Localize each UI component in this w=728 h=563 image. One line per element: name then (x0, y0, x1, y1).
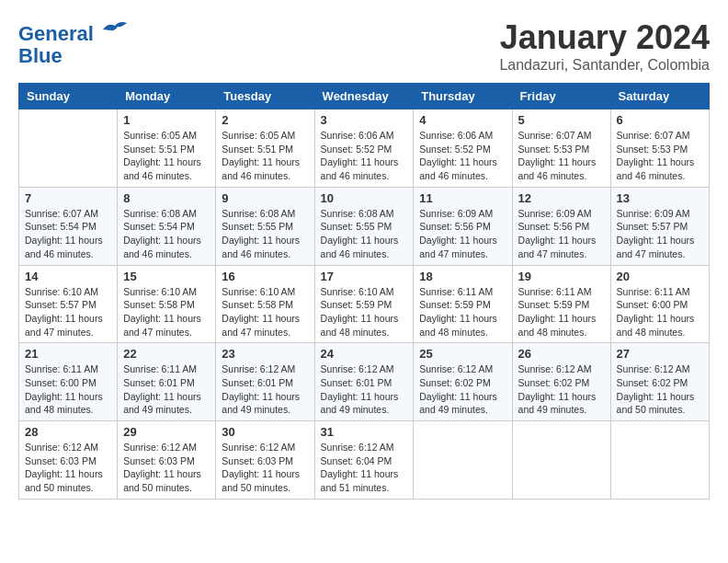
day-info: Sunrise: 6:07 AMSunset: 5:53 PMDaylight:… (617, 129, 703, 183)
day-info-line: Daylight: 11 hours and 48 minutes. (25, 390, 111, 417)
day-info: Sunrise: 6:12 AMSunset: 6:01 PMDaylight:… (321, 362, 408, 417)
day-info-line: Daylight: 11 hours and 50 minutes. (25, 467, 111, 494)
calendar-cell: 9Sunrise: 6:08 AMSunset: 5:55 PMDaylight… (216, 187, 314, 265)
day-info-line: Daylight: 11 hours and 47 minutes. (617, 234, 703, 260)
day-info-line: Daylight: 11 hours and 49 minutes. (321, 390, 408, 417)
calendar-cell: 22Sunrise: 6:11 AMSunset: 6:01 PMDayligh… (118, 343, 216, 421)
day-info: Sunrise: 6:07 AMSunset: 5:53 PMDaylight:… (518, 129, 605, 183)
calendar-week-row: 7Sunrise: 6:07 AMSunset: 5:54 PMDaylight… (19, 187, 710, 265)
header-monday: Monday (118, 84, 216, 109)
day-number: 25 (419, 347, 506, 361)
month-title: January 2024 (499, 18, 710, 57)
calendar-cell (19, 109, 118, 188)
day-info-line: Sunrise: 6:11 AM (419, 285, 506, 299)
day-info-line: Sunrise: 6:07 AM (25, 207, 111, 221)
day-number: 7 (25, 191, 111, 205)
logo-text: General (18, 18, 129, 45)
day-info: Sunrise: 6:08 AMSunset: 5:54 PMDaylight:… (123, 207, 210, 261)
day-info: Sunrise: 6:12 AMSunset: 6:01 PMDaylight:… (222, 362, 308, 417)
day-info-line: Sunrise: 6:07 AM (518, 129, 605, 143)
day-info: Sunrise: 6:11 AMSunset: 6:01 PMDaylight:… (123, 362, 210, 417)
calendar-cell: 26Sunrise: 6:12 AMSunset: 6:02 PMDayligh… (512, 343, 610, 421)
day-number: 19 (518, 270, 605, 283)
header-thursday: Thursday (414, 84, 512, 109)
day-info: Sunrise: 6:10 AMSunset: 5:59 PMDaylight:… (321, 285, 408, 339)
day-info-line: Daylight: 11 hours and 50 minutes. (222, 467, 308, 494)
day-info-line: Sunset: 6:01 PM (123, 376, 210, 390)
day-info: Sunrise: 6:09 AMSunset: 5:57 PMDaylight:… (617, 207, 703, 261)
day-info: Sunrise: 6:09 AMSunset: 5:56 PMDaylight:… (419, 207, 506, 261)
calendar-cell: 1Sunrise: 6:05 AMSunset: 5:51 PMDaylight… (118, 109, 216, 188)
calendar-cell: 30Sunrise: 6:12 AMSunset: 6:03 PMDayligh… (216, 421, 314, 500)
day-info-line: Daylight: 11 hours and 49 minutes. (518, 390, 605, 417)
calendar-cell: 19Sunrise: 6:11 AMSunset: 5:59 PMDayligh… (512, 265, 610, 343)
calendar-cell: 13Sunrise: 6:09 AMSunset: 5:57 PMDayligh… (610, 187, 709, 265)
day-info: Sunrise: 6:12 AMSunset: 6:03 PMDaylight:… (25, 441, 111, 495)
day-number: 5 (518, 113, 605, 127)
day-info-line: Sunrise: 6:10 AM (123, 285, 210, 299)
day-info-line: Daylight: 11 hours and 48 minutes. (617, 312, 703, 339)
day-info-line: Daylight: 11 hours and 46 minutes. (123, 234, 210, 260)
day-info-line: Daylight: 11 hours and 47 minutes. (222, 312, 308, 339)
day-info-line: Sunset: 5:57 PM (25, 298, 111, 312)
day-info-line: Sunrise: 6:08 AM (321, 207, 408, 221)
day-info-line: Sunrise: 6:12 AM (123, 441, 210, 454)
day-info: Sunrise: 6:11 AMSunset: 5:59 PMDaylight:… (419, 285, 506, 339)
day-number: 29 (123, 425, 210, 439)
calendar-cell: 11Sunrise: 6:09 AMSunset: 5:56 PMDayligh… (414, 187, 512, 265)
day-info-line: Sunset: 5:53 PM (518, 143, 605, 156)
calendar-cell: 27Sunrise: 6:12 AMSunset: 6:02 PMDayligh… (610, 343, 709, 421)
day-number: 21 (25, 347, 111, 361)
day-info-line: Sunset: 6:01 PM (321, 376, 408, 390)
calendar-cell: 3Sunrise: 6:06 AMSunset: 5:52 PMDaylight… (314, 109, 414, 188)
day-info-line: Daylight: 11 hours and 46 minutes. (518, 155, 605, 182)
day-info-line: Sunrise: 6:12 AM (321, 441, 408, 454)
calendar-table: SundayMondayTuesdayWednesdayThursdayFrid… (18, 83, 710, 500)
day-info: Sunrise: 6:10 AMSunset: 5:58 PMDaylight:… (222, 285, 308, 339)
day-info-line: Sunrise: 6:10 AM (321, 285, 408, 299)
day-info-line: Daylight: 11 hours and 46 minutes. (617, 155, 703, 182)
day-info-line: Daylight: 11 hours and 46 minutes. (25, 234, 111, 260)
day-number: 13 (617, 191, 703, 205)
day-info: Sunrise: 6:05 AMSunset: 5:51 PMDaylight:… (123, 129, 210, 183)
day-info: Sunrise: 6:10 AMSunset: 5:58 PMDaylight:… (123, 285, 210, 339)
day-info: Sunrise: 6:12 AMSunset: 6:03 PMDaylight:… (222, 441, 308, 495)
calendar-cell: 6Sunrise: 6:07 AMSunset: 5:53 PMDaylight… (610, 109, 709, 188)
day-number: 4 (419, 113, 506, 127)
logo-general: General (18, 22, 94, 45)
day-info-line: Sunset: 5:54 PM (123, 220, 210, 234)
day-info-line: Sunset: 5:59 PM (321, 298, 408, 312)
calendar-cell: 12Sunrise: 6:09 AMSunset: 5:56 PMDayligh… (512, 187, 610, 265)
day-info: Sunrise: 6:12 AMSunset: 6:02 PMDaylight:… (617, 362, 703, 417)
day-info-line: Daylight: 11 hours and 46 minutes. (222, 155, 308, 182)
day-info-line: Daylight: 11 hours and 50 minutes. (123, 467, 210, 494)
header-saturday: Saturday (610, 84, 709, 109)
day-number: 6 (617, 113, 703, 127)
day-info-line: Sunrise: 6:11 AM (617, 285, 703, 299)
day-info-line: Daylight: 11 hours and 48 minutes. (518, 312, 605, 339)
logo-bird-icon (101, 18, 129, 40)
calendar-cell: 14Sunrise: 6:10 AMSunset: 5:57 PMDayligh… (19, 265, 118, 343)
day-info-line: Sunset: 5:56 PM (518, 220, 605, 234)
day-info-line: Daylight: 11 hours and 47 minutes. (419, 234, 506, 260)
calendar-week-row: 14Sunrise: 6:10 AMSunset: 5:57 PMDayligh… (19, 265, 710, 343)
day-info-line: Sunset: 6:03 PM (123, 454, 210, 468)
day-info: Sunrise: 6:08 AMSunset: 5:55 PMDaylight:… (222, 207, 308, 261)
calendar-cell: 23Sunrise: 6:12 AMSunset: 6:01 PMDayligh… (216, 343, 314, 421)
day-info-line: Sunset: 6:03 PM (25, 454, 111, 468)
calendar-cell: 4Sunrise: 6:06 AMSunset: 5:52 PMDaylight… (414, 109, 512, 188)
day-info-line: Sunset: 6:02 PM (518, 376, 605, 390)
day-info-line: Sunset: 5:52 PM (419, 143, 506, 156)
day-info-line: Sunrise: 6:07 AM (617, 129, 703, 143)
calendar-cell: 7Sunrise: 6:07 AMSunset: 5:54 PMDaylight… (19, 187, 118, 265)
day-info-line: Sunset: 6:00 PM (25, 376, 111, 390)
day-info-line: Daylight: 11 hours and 49 minutes. (419, 390, 506, 417)
day-info: Sunrise: 6:07 AMSunset: 5:54 PMDaylight:… (25, 207, 111, 261)
calendar-cell: 8Sunrise: 6:08 AMSunset: 5:54 PMDaylight… (118, 187, 216, 265)
day-info-line: Sunrise: 6:06 AM (321, 129, 408, 143)
day-info: Sunrise: 6:12 AMSunset: 6:04 PMDaylight:… (321, 441, 408, 495)
day-info-line: Sunset: 5:52 PM (321, 143, 408, 156)
day-info-line: Sunset: 5:55 PM (321, 220, 408, 234)
day-info: Sunrise: 6:08 AMSunset: 5:55 PMDaylight:… (321, 207, 408, 261)
day-info-line: Daylight: 11 hours and 47 minutes. (518, 234, 605, 260)
